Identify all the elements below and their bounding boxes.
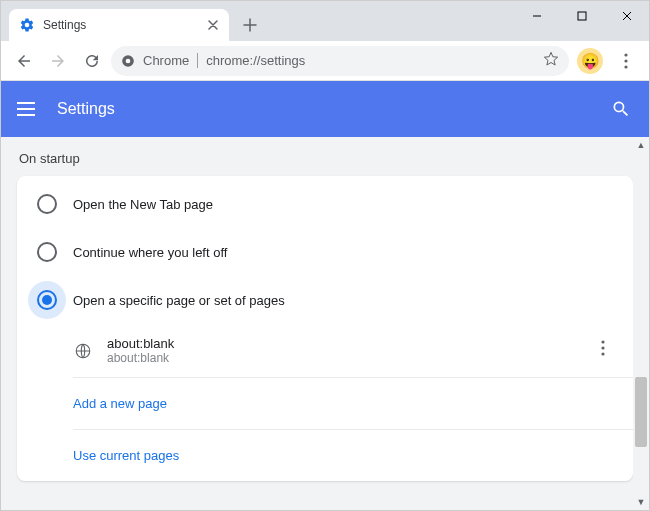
svg-point-9 [601, 352, 604, 355]
svg-point-5 [624, 65, 627, 68]
address-bar[interactable]: Chrome chrome://settings [111, 46, 569, 76]
settings-content: On startup Open the New Tab page Continu… [1, 137, 649, 510]
omnibox-origin-chip: Chrome [121, 53, 198, 68]
radio-label: Open a specific page or set of pages [73, 293, 285, 308]
radio-open-specific-pages[interactable]: Open a specific page or set of pages [17, 276, 633, 324]
scrollbar[interactable]: ▲ ▼ [633, 137, 649, 510]
startup-page-row: about:blank about:blank [73, 324, 633, 378]
radio-halo [28, 281, 66, 319]
startup-card: Open the New Tab page Continue where you… [17, 176, 633, 481]
chrome-menu-button[interactable] [611, 46, 641, 76]
window-maximize-button[interactable] [559, 1, 604, 31]
svg-point-7 [601, 340, 604, 343]
startup-page-text: about:blank about:blank [107, 336, 174, 365]
scroll-down-icon[interactable]: ▼ [633, 494, 649, 510]
svg-rect-0 [578, 12, 586, 20]
startup-page-url: about:blank [107, 351, 174, 365]
chrome-icon [121, 54, 135, 68]
settings-title: Settings [57, 100, 115, 118]
radio-label: Continue where you left off [73, 245, 227, 260]
startup-page-title: about:blank [107, 336, 174, 351]
window-close-button[interactable] [604, 1, 649, 31]
hamburger-menu-icon[interactable] [17, 97, 41, 121]
svg-point-8 [601, 346, 604, 349]
scroll-up-icon[interactable]: ▲ [633, 137, 649, 153]
reload-button[interactable] [77, 46, 107, 76]
startup-pages-list: about:blank about:blank Add a new page U… [17, 324, 633, 481]
startup-section-title: On startup [1, 137, 649, 176]
settings-favicon-icon [19, 17, 35, 33]
radio-icon [37, 242, 57, 262]
page-more-actions-icon[interactable] [591, 340, 615, 361]
radio-open-new-tab-page[interactable]: Open the New Tab page [17, 180, 633, 228]
close-tab-icon[interactable] [205, 17, 221, 33]
profile-avatar[interactable]: 😛 [577, 48, 603, 74]
browser-toolbar: Chrome chrome://settings 😛 [1, 41, 649, 81]
radio-continue-where-left-off[interactable]: Continue where you left off [17, 228, 633, 276]
scrollbar-thumb[interactable] [635, 377, 647, 447]
window-minimize-button[interactable] [514, 1, 559, 31]
window-titlebar: Settings [1, 1, 649, 41]
settings-header: Settings [1, 81, 649, 137]
new-tab-button[interactable] [239, 14, 261, 36]
svg-point-2 [126, 58, 131, 63]
globe-icon [73, 341, 93, 361]
bookmark-star-icon[interactable] [543, 51, 559, 71]
back-button[interactable] [9, 46, 39, 76]
search-settings-icon[interactable] [609, 97, 633, 121]
use-current-pages-button[interactable]: Use current pages [73, 430, 633, 481]
add-new-page-button[interactable]: Add a new page [73, 378, 633, 430]
radio-label: Open the New Tab page [73, 197, 213, 212]
omnibox-prefix-label: Chrome [143, 53, 189, 68]
browser-tab-title: Settings [43, 18, 205, 32]
window-controls [514, 1, 649, 31]
svg-point-4 [624, 59, 627, 62]
radio-icon [37, 194, 57, 214]
omnibox-url-text: chrome://settings [206, 53, 305, 68]
browser-tab[interactable]: Settings [9, 9, 229, 41]
forward-button[interactable] [43, 46, 73, 76]
svg-point-3 [624, 53, 627, 56]
